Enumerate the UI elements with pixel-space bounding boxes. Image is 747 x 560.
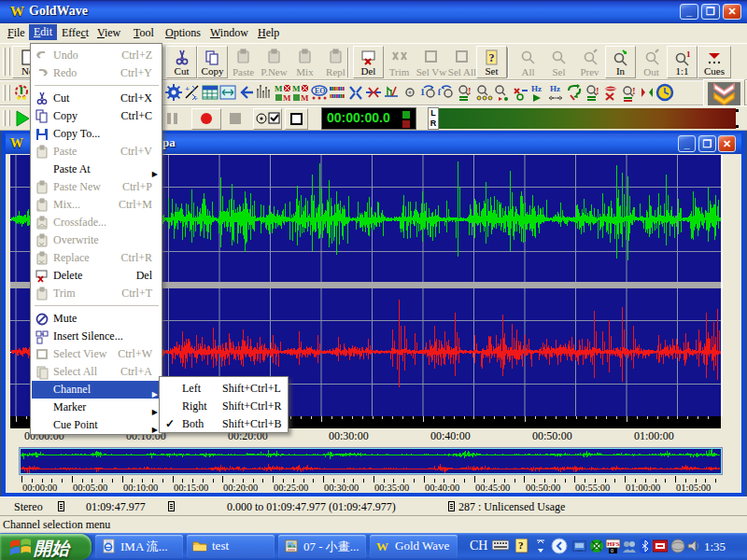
svg-text:HFS: HFS [607, 540, 620, 548]
svg-text:ſ: ſ [438, 87, 442, 97]
svg-text:M: M [301, 93, 309, 103]
svg-text:M: M [275, 84, 283, 93]
svg-text:+: + [36, 206, 40, 213]
svg-text:?: ? [518, 539, 524, 551]
svg-text:?: ? [488, 51, 494, 64]
svg-text:1: 1 [686, 49, 691, 59]
svg-text:Hz: Hz [531, 84, 542, 93]
svg-text:M: M [283, 93, 291, 103]
svg-text:!: ! [596, 85, 599, 96]
svg-text:!: ! [632, 85, 636, 96]
svg-text:0: 0 [611, 548, 613, 553]
svg-text:1: 1 [420, 87, 425, 97]
svg-text:EO: EO [315, 87, 326, 95]
svg-text:Hz: Hz [550, 84, 560, 93]
svg-text:!: ! [468, 85, 472, 96]
svg-text:W: W [376, 539, 388, 553]
svg-text:M: M [292, 84, 301, 93]
svg-text:+: + [185, 84, 190, 93]
